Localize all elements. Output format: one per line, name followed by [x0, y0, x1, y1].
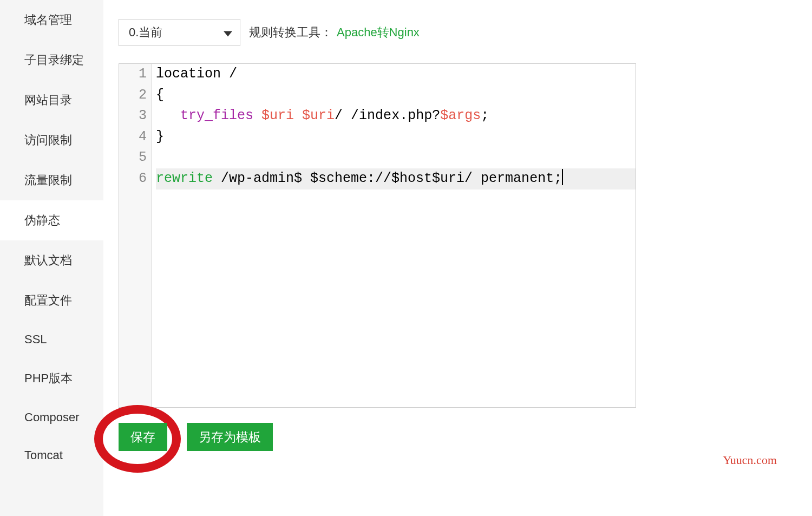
editor-gutter: 123456: [119, 64, 152, 407]
convert-label: 规则转换工具：: [249, 24, 332, 41]
save-as-template-button[interactable]: 另存为模板: [187, 423, 273, 451]
sidebar-item-2[interactable]: 网站目录: [0, 80, 103, 120]
button-row: 保存 另存为模板: [119, 423, 797, 451]
editor-cursor: [562, 169, 563, 185]
code-line[interactable]: }: [156, 127, 636, 148]
sidebar-item-11[interactable]: Tomcat: [0, 436, 103, 474]
gutter-line: 5: [119, 147, 147, 168]
sidebar-item-9[interactable]: PHP版本: [0, 358, 103, 399]
sidebar-item-0[interactable]: 域名管理: [0, 0, 103, 40]
editor-code-area[interactable]: location /{ try_files $uri $uri/ /index.…: [152, 64, 636, 407]
toolbar: 0.当前 规则转换工具： Apache转Nginx: [119, 19, 797, 46]
code-line[interactable]: try_files $uri $uri/ /index.php?$args;: [156, 106, 636, 127]
gutter-line: 6: [119, 168, 147, 190]
sidebar-item-4[interactable]: 流量限制: [0, 160, 103, 200]
gutter-line: 3: [119, 106, 147, 127]
code-line[interactable]: [156, 147, 636, 168]
watermark: Yuucn.com: [723, 453, 777, 467]
code-editor[interactable]: 123456 location /{ try_files $uri $uri/ …: [119, 63, 636, 408]
gutter-line: 1: [119, 64, 147, 85]
sidebar-item-6[interactable]: 默认文档: [0, 240, 103, 280]
sidebar-item-5[interactable]: 伪静态: [0, 200, 103, 240]
convert-link[interactable]: Apache转Nginx: [337, 24, 420, 41]
sidebar-item-3[interactable]: 访问限制: [0, 120, 103, 160]
sidebar: 域名管理子目录绑定网站目录访问限制流量限制伪静态默认文档配置文件SSLPHP版本…: [0, 0, 103, 516]
sidebar-item-7[interactable]: 配置文件: [0, 280, 103, 321]
gutter-line: 2: [119, 85, 147, 106]
gutter-line: 4: [119, 127, 147, 148]
sidebar-item-10[interactable]: Composer: [0, 399, 103, 436]
code-line[interactable]: {: [156, 85, 636, 106]
main-panel: 0.当前 规则转换工具： Apache转Nginx 123456 locatio…: [103, 0, 812, 516]
code-line[interactable]: location /: [156, 64, 636, 85]
rule-select-value: 0.当前: [129, 24, 162, 41]
sidebar-item-8[interactable]: SSL: [0, 321, 103, 358]
rule-select[interactable]: 0.当前: [119, 19, 240, 46]
code-line[interactable]: rewrite /wp-admin$ $scheme://$host$uri/ …: [156, 168, 636, 190]
save-button[interactable]: 保存: [119, 423, 167, 451]
sidebar-item-1[interactable]: 子目录绑定: [0, 40, 103, 80]
